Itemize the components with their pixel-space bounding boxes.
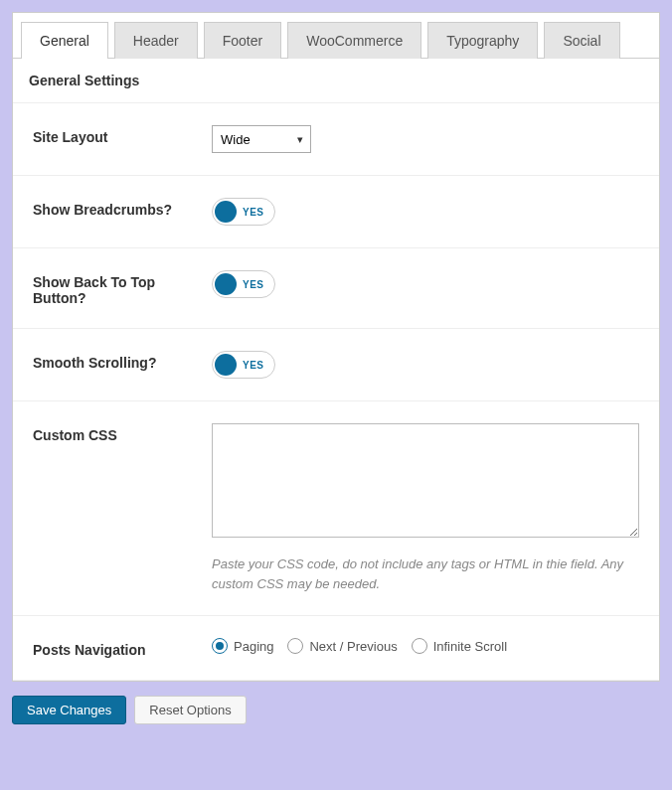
field-posts-navigation: Posts Navigation Paging Next / Previous … xyxy=(13,616,659,681)
smooth-scrolling-toggle[interactable]: YES xyxy=(212,351,275,379)
radio-paging[interactable]: Paging xyxy=(212,638,273,654)
breadcrumbs-label: Show Breadcrumbs? xyxy=(33,198,212,218)
radio-icon xyxy=(212,638,228,654)
back-to-top-label: Show Back To Top Button? xyxy=(33,270,212,306)
radio-paging-label: Paging xyxy=(234,639,273,654)
radio-infinite-label: Infinite Scroll xyxy=(433,639,507,654)
toggle-knob-icon xyxy=(215,273,237,295)
breadcrumbs-toggle-label: YES xyxy=(243,207,264,218)
site-layout-label: Site Layout xyxy=(33,125,212,145)
radio-icon xyxy=(412,638,427,654)
site-layout-select[interactable]: Wide xyxy=(212,125,311,153)
site-layout-select-wrap: Wide xyxy=(212,125,311,153)
tab-woocommerce[interactable]: WooCommerce xyxy=(287,22,421,59)
tab-social[interactable]: Social xyxy=(544,22,619,59)
toggle-knob-icon xyxy=(215,201,237,223)
tab-general[interactable]: General xyxy=(21,22,108,59)
actions-bar: Save Changes Reset Options xyxy=(12,682,660,728)
radio-infinite[interactable]: Infinite Scroll xyxy=(412,638,507,654)
radio-icon xyxy=(287,638,303,654)
tab-typography[interactable]: Typography xyxy=(427,22,538,59)
settings-panel: General Header Footer WooCommerce Typogr… xyxy=(12,12,660,682)
smooth-scrolling-label: Smooth Scrolling? xyxy=(33,351,212,371)
tabs-bar: General Header Footer WooCommerce Typogr… xyxy=(13,13,659,59)
custom-css-label: Custom CSS xyxy=(33,423,212,443)
smooth-scrolling-toggle-label: YES xyxy=(243,360,264,371)
save-button[interactable]: Save Changes xyxy=(12,696,126,724)
toggle-knob-icon xyxy=(215,354,237,376)
section-title: General Settings xyxy=(13,59,659,103)
custom-css-help: Paste your CSS code, do not include any … xyxy=(212,554,639,593)
radio-next-prev-label: Next / Previous xyxy=(309,639,397,654)
tab-footer[interactable]: Footer xyxy=(204,22,281,59)
field-smooth-scrolling: Smooth Scrolling? YES xyxy=(13,329,659,401)
custom-css-textarea[interactable] xyxy=(212,423,639,538)
posts-navigation-label: Posts Navigation xyxy=(33,638,212,658)
reset-button[interactable]: Reset Options xyxy=(134,696,246,724)
field-custom-css: Custom CSS Paste your CSS code, do not i… xyxy=(13,401,659,616)
tab-header[interactable]: Header xyxy=(114,22,198,59)
field-breadcrumbs: Show Breadcrumbs? YES xyxy=(13,176,659,248)
posts-navigation-radio-group: Paging Next / Previous Infinite Scroll xyxy=(212,638,639,654)
breadcrumbs-toggle[interactable]: YES xyxy=(212,198,275,226)
field-site-layout: Site Layout Wide xyxy=(13,103,659,176)
radio-next-prev[interactable]: Next / Previous xyxy=(287,638,397,654)
back-to-top-toggle[interactable]: YES xyxy=(212,270,275,298)
back-to-top-toggle-label: YES xyxy=(243,279,264,290)
field-back-to-top: Show Back To Top Button? YES xyxy=(13,248,659,329)
